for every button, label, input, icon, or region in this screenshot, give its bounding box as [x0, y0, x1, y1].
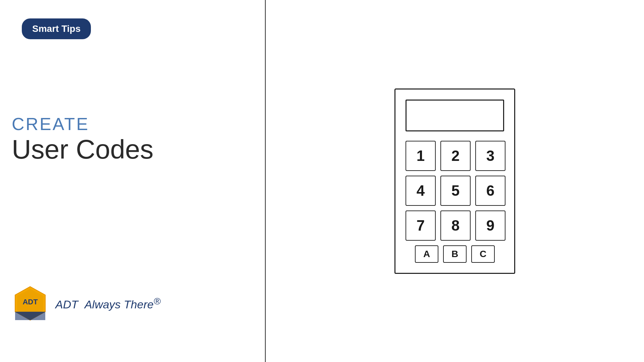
key-9[interactable]: 9 [475, 210, 505, 241]
adt-always-there: Always There® [85, 298, 161, 311]
adt-logo-area: ADT ADT Always There® [12, 285, 161, 322]
keypad-bottom-row: A B C [406, 245, 504, 263]
create-label: CREATE [12, 114, 89, 134]
keypad-display [406, 100, 504, 131]
key-7[interactable]: 7 [406, 210, 436, 241]
key-3[interactable]: 3 [475, 141, 505, 171]
key-6[interactable]: 6 [475, 176, 505, 206]
smart-tips-badge: Smart Tips [22, 18, 91, 39]
key-5[interactable]: 5 [440, 176, 471, 206]
smart-tips-label: Smart Tips [32, 23, 80, 34]
key-c[interactable]: C [471, 245, 495, 263]
key-4[interactable]: 4 [406, 176, 436, 206]
svg-text:ADT: ADT [22, 298, 38, 306]
adt-brand: ADT [55, 298, 78, 311]
adt-tagline: ADT Always There® [55, 296, 161, 311]
user-codes-label: User Codes [12, 134, 153, 165]
key-1[interactable]: 1 [406, 141, 436, 171]
keypad-grid: 1 2 3 4 5 6 7 8 9 [406, 141, 504, 241]
right-panel: 1 2 3 4 5 6 7 8 9 A B C [266, 0, 644, 362]
key-2[interactable]: 2 [440, 141, 471, 171]
vertical-divider [265, 0, 266, 362]
key-b[interactable]: B [443, 245, 467, 263]
key-8[interactable]: 8 [440, 210, 471, 241]
adt-logo-icon: ADT [12, 285, 49, 322]
key-a[interactable]: A [415, 245, 438, 263]
keypad-container: 1 2 3 4 5 6 7 8 9 A B C [394, 88, 515, 274]
left-panel: Smart Tips CREATE User Codes ADT ADT Alw… [0, 0, 265, 362]
